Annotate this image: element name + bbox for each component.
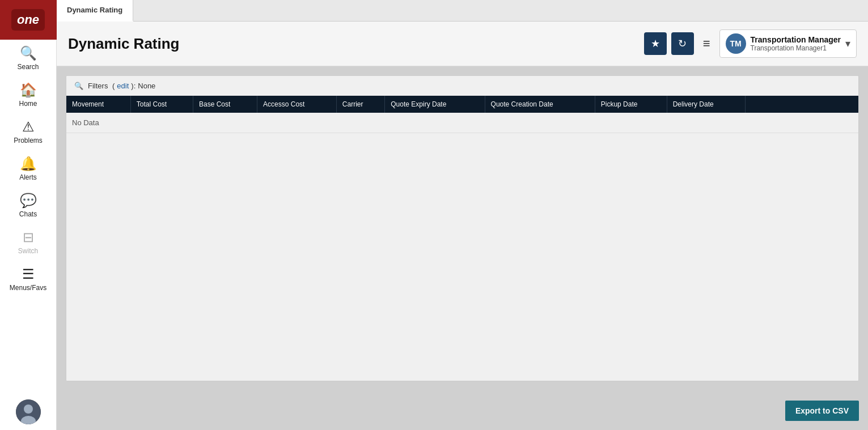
sidebar-label-chats: Chats — [19, 210, 37, 218]
app-logo[interactable]: one — [0, 0, 57, 40]
user-initials: TM — [730, 39, 741, 48]
sidebar-item-switch[interactable]: ⊟ Switch — [0, 224, 56, 261]
favorite-button[interactable]: ★ — [644, 32, 667, 55]
refresh-button[interactable]: ↻ — [671, 32, 694, 55]
filters-value: None — [138, 82, 155, 90]
sidebar-label-search: Search — [17, 63, 39, 71]
no-data-row: No Data — [66, 113, 858, 133]
chat-icon: 💬 — [20, 193, 37, 208]
menu-button[interactable]: ≡ — [698, 36, 715, 51]
export-csv-button[interactable]: Export to CSV — [785, 401, 859, 421]
sidebar-label-switch: Switch — [18, 247, 38, 255]
switch-icon: ⊟ — [23, 229, 34, 245]
sidebar-label-home: Home — [19, 100, 37, 108]
home-icon: 🏠 — [20, 82, 37, 98]
sidebar-item-menus[interactable]: ☰ Menus/Favs — [0, 261, 56, 297]
bell-icon: 🔔 — [20, 156, 37, 172]
sidebar-item-alerts[interactable]: 🔔 Alerts — [0, 150, 56, 187]
filters-bar: 🔍 Filters ( edit ): None — [66, 76, 858, 96]
sidebar-label-alerts: Alerts — [19, 173, 37, 181]
tab-bar: Dynamic Rating — [57, 0, 868, 22]
data-panel: 🔍 Filters ( edit ): None Movement Total … — [66, 75, 859, 381]
header-actions: ★ ↻ ≡ TM Transportation Manager Transpor… — [644, 29, 857, 58]
page-header: Dynamic Rating ★ ↻ ≡ TM Transportation M… — [57, 22, 868, 66]
no-data-cell: No Data — [66, 113, 858, 133]
page-title: Dynamic Rating — [68, 35, 644, 53]
filters-edit-link[interactable]: edit — [117, 82, 129, 90]
user-avatar: TM — [726, 33, 746, 54]
logo-text: one — [11, 9, 45, 31]
table-body: No Data — [66, 113, 858, 133]
hamburger-icon: ≡ — [703, 36, 710, 50]
col-quote-creation-date: Quote Creation Date — [485, 96, 595, 113]
user-name: Transportation Manager — [751, 35, 841, 44]
col-accessorial-cost: Accesso Cost — [257, 96, 337, 113]
data-table: Movement Total Cost Base Cost Accesso Co… — [66, 96, 858, 133]
sidebar-item-search[interactable]: 🔍 Search — [0, 40, 56, 76]
sidebar-item-chats[interactable]: 💬 Chats — [0, 187, 56, 224]
main-area: Dynamic Rating Dynamic Rating ★ ↻ ≡ TM T… — [57, 0, 868, 430]
user-profile-button[interactable]: TM Transportation Manager Transportation… — [719, 29, 857, 58]
col-extra — [745, 96, 858, 113]
col-quote-expiry-date: Quote Expiry Date — [385, 96, 485, 113]
tab-dynamic-rating[interactable]: Dynamic Rating — [57, 0, 133, 22]
chevron-down-icon: ▾ — [845, 37, 850, 50]
col-total-cost: Total Cost — [130, 96, 193, 113]
sidebar-label-menus: Menus/Favs — [10, 284, 46, 292]
content-area: 🔍 Filters ( edit ): None Movement Total … — [57, 66, 868, 430]
sidebar-bottom — [0, 394, 56, 430]
col-delivery-date: Delivery Date — [667, 96, 745, 113]
refresh-icon: ↻ — [678, 37, 687, 50]
search-icon: 🔍 — [20, 45, 37, 61]
filter-icon: 🔍 — [74, 82, 83, 90]
filters-paren-open: ( — [110, 82, 115, 90]
col-movement: Movement — [66, 96, 130, 113]
user-info: Transportation Manager Transportation Ma… — [751, 35, 841, 52]
svg-point-1 — [24, 405, 33, 414]
user-avatar-sidebar[interactable] — [16, 399, 41, 424]
menu-icon: ☰ — [22, 266, 35, 282]
user-role: Transportation Manager1 — [751, 44, 841, 52]
sidebar-item-home[interactable]: 🏠 Home — [0, 76, 56, 113]
filters-paren-close: ): — [131, 82, 136, 90]
warning-icon: ⚠ — [22, 119, 35, 135]
col-pickup-date: Pickup Date — [595, 96, 667, 113]
sidebar-item-problems[interactable]: ⚠ Problems — [0, 113, 56, 150]
tab-label: Dynamic Rating — [67, 6, 122, 14]
table-header: Movement Total Cost Base Cost Accesso Co… — [66, 96, 858, 113]
col-carrier: Carrier — [336, 96, 384, 113]
filters-label: Filters — [88, 82, 108, 90]
col-base-cost: Base Cost — [193, 96, 257, 113]
sidebar-label-problems: Problems — [14, 137, 43, 144]
table-header-row: Movement Total Cost Base Cost Accesso Co… — [66, 96, 858, 113]
sidebar: one 🔍 Search 🏠 Home ⚠ Problems 🔔 Alerts … — [0, 0, 57, 430]
star-icon: ★ — [651, 37, 660, 50]
